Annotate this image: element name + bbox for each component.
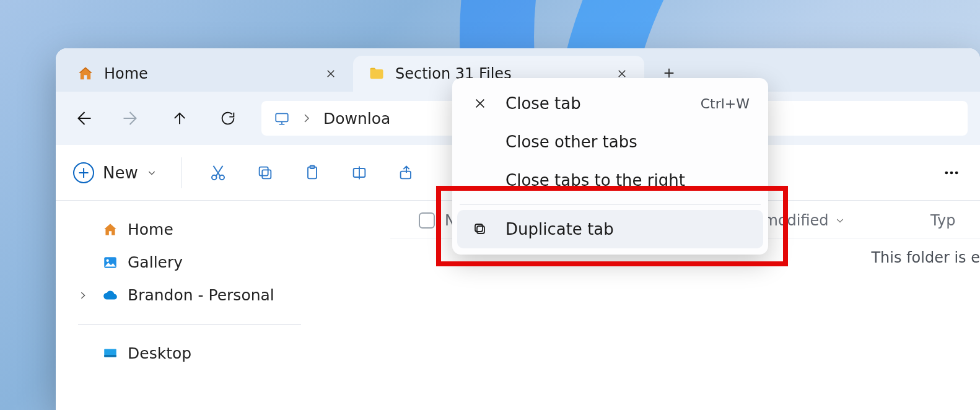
up-button[interactable] <box>165 103 195 133</box>
menu-shortcut: Ctrl+W <box>701 96 750 111</box>
home-icon <box>102 221 119 238</box>
blank-icon <box>471 171 489 190</box>
svg-rect-8 <box>400 171 410 178</box>
breadcrumb-segment[interactable]: Downloa <box>323 110 390 128</box>
separator <box>182 157 182 188</box>
menu-close-tabs-right[interactable]: Close tabs to the right <box>457 161 763 199</box>
expand-chevron-icon[interactable] <box>78 290 93 300</box>
copy-button[interactable] <box>254 162 276 184</box>
svg-point-2 <box>219 175 224 180</box>
svg-point-10 <box>950 171 953 174</box>
tab-home[interactable]: Home <box>62 56 353 92</box>
tab-label: Home <box>104 65 148 82</box>
svg-rect-17 <box>475 224 483 232</box>
sidebar-label: Home <box>128 220 173 238</box>
svg-rect-3 <box>262 170 271 178</box>
svg-rect-0 <box>276 113 288 121</box>
forward-button[interactable] <box>116 103 146 133</box>
home-icon <box>77 65 94 82</box>
sidebar-label: Brandon - Personal <box>128 286 274 304</box>
navigation-pane: Home Gallery Brandon - Personal <box>56 201 390 410</box>
share-button[interactable] <box>395 162 418 184</box>
close-icon <box>471 94 489 113</box>
paste-button[interactable] <box>301 162 323 184</box>
svg-point-11 <box>955 171 958 174</box>
menu-close-other-tabs[interactable]: Close other tabs <box>457 123 763 161</box>
gallery-icon <box>102 254 119 271</box>
blank-icon <box>471 133 489 151</box>
menu-label: Close tabs to the right <box>505 171 685 190</box>
sidebar-item-desktop[interactable]: Desktop <box>78 337 384 370</box>
plus-circle-icon: + <box>73 162 94 183</box>
tab-context-menu: Close tab Ctrl+W Close other tabs Close … <box>452 78 768 255</box>
duplicate-icon <box>471 220 489 238</box>
menu-duplicate-tab[interactable]: Duplicate tab <box>457 210 763 248</box>
svg-point-13 <box>107 259 109 261</box>
new-button[interactable]: + New <box>73 162 157 183</box>
separator <box>460 204 761 205</box>
this-pc-icon <box>274 110 290 126</box>
rename-button[interactable] <box>348 162 370 184</box>
sidebar-item-onedrive[interactable]: Brandon - Personal <box>78 279 384 312</box>
svg-rect-15 <box>104 355 116 357</box>
chevron-down-icon <box>835 216 845 225</box>
menu-label: Close tab <box>505 94 581 113</box>
svg-rect-16 <box>477 226 484 233</box>
cut-button[interactable] <box>207 162 229 184</box>
back-button[interactable] <box>68 103 98 133</box>
sidebar-label: Desktop <box>128 344 191 362</box>
chevron-right-icon <box>301 113 312 124</box>
desktop-icon <box>102 345 119 362</box>
select-all-checkbox[interactable] <box>419 212 435 229</box>
chevron-down-icon <box>147 168 157 178</box>
svg-point-9 <box>945 171 948 174</box>
svg-point-1 <box>212 175 217 180</box>
more-button[interactable] <box>940 162 963 184</box>
new-label: New <box>103 164 138 182</box>
svg-rect-4 <box>259 167 268 175</box>
menu-close-tab[interactable]: Close tab Ctrl+W <box>457 84 763 123</box>
cloud-icon <box>102 287 119 304</box>
menu-label: Duplicate tab <box>505 220 614 238</box>
column-type[interactable]: Typ <box>930 212 955 229</box>
menu-label: Close other tabs <box>505 133 637 151</box>
tab-close-button[interactable] <box>323 66 338 81</box>
sidebar-item-home[interactable]: Home <box>78 213 384 246</box>
separator <box>78 324 301 325</box>
refresh-button[interactable] <box>213 103 243 133</box>
folder-icon <box>368 65 385 82</box>
sidebar-item-gallery[interactable]: Gallery <box>78 246 384 279</box>
empty-folder-message: This folder is e <box>871 249 980 266</box>
sidebar-label: Gallery <box>128 253 183 271</box>
